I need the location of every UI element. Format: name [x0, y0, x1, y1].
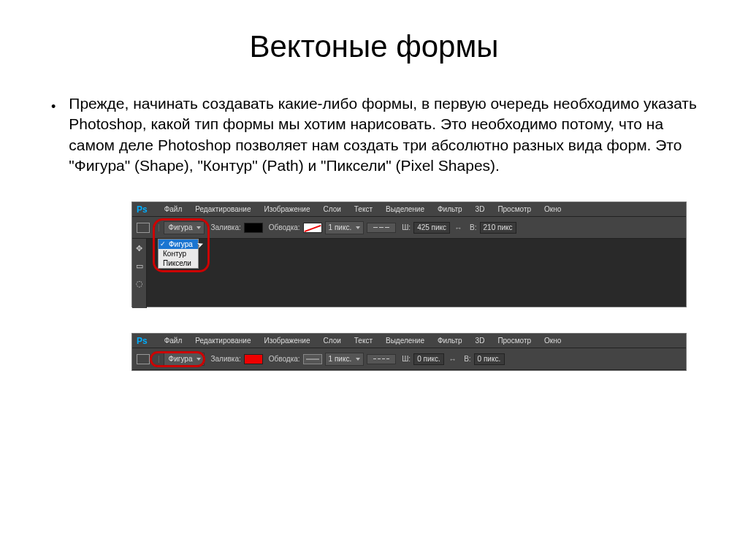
width-label: Ш: — [402, 223, 411, 231]
menu-select[interactable]: Выделение — [379, 337, 431, 345]
mode-dropdown-list: Фигура ➤ Контур Пиксели — [158, 239, 199, 269]
slide-title: Вектоные формы — [51, 29, 697, 64]
screenshot-1: Ps Файл Редактирование Изображение Слои … — [131, 202, 687, 307]
fill-swatch[interactable] — [244, 354, 263, 364]
stroke-swatch[interactable] — [303, 223, 322, 233]
menu-edit[interactable]: Редактирование — [188, 205, 257, 213]
menu-text[interactable]: Текст — [348, 337, 379, 345]
menu-view[interactable]: Просмотр — [491, 337, 538, 345]
menu-layers[interactable]: Слои — [316, 205, 347, 213]
highlight-oval — [150, 351, 205, 367]
menu-3d[interactable]: 3D — [469, 337, 492, 345]
stroke-swatch[interactable] — [303, 354, 322, 364]
menu-window[interactable]: Окно — [538, 205, 568, 213]
menubar: Ps Файл Редактирование Изображение Слои … — [132, 334, 686, 348]
height-label: В: — [470, 223, 476, 231]
menu-view[interactable]: Просмотр — [491, 205, 538, 213]
dropdown-item-path[interactable]: Контур — [159, 249, 198, 258]
fill-label: Заливка: — [210, 355, 240, 363]
width-input[interactable]: 0 пикс. — [413, 353, 444, 365]
app-logo: Ps — [137, 204, 148, 215]
body-paragraph: • Прежде, начинать создавать какие-либо … — [51, 93, 697, 176]
tools-panel: ✥ ▭ ◌ — [132, 239, 147, 308]
menu-image[interactable]: Изображение — [257, 337, 316, 345]
canvas-area — [147, 239, 686, 307]
menu-file[interactable]: Файл — [158, 337, 189, 345]
menu-image[interactable]: Изображение — [257, 205, 316, 213]
chevron-down-icon — [356, 226, 360, 229]
height-input[interactable]: 210 пикс — [480, 222, 516, 234]
dropdown-item-shape[interactable]: Фигура ➤ — [159, 239, 198, 249]
menu-filter[interactable]: Фильтр — [431, 205, 469, 213]
link-icon[interactable]: ↔ — [447, 355, 458, 364]
stroke-label: Обводка: — [269, 355, 300, 363]
bullet-icon: • — [51, 98, 56, 115]
shape-preview-icon — [137, 354, 150, 364]
paragraph-text: Прежде, начинать создавать какие-либо фо… — [69, 93, 697, 176]
stroke-width-field[interactable]: 1 пикс. — [325, 221, 365, 234]
menu-edit[interactable]: Редактирование — [188, 337, 257, 345]
width-label: Ш: — [402, 355, 411, 363]
shape-preview-icon — [137, 223, 150, 233]
marquee-tool-icon[interactable]: ▭ — [134, 261, 145, 271]
move-tool-icon[interactable]: ✥ — [134, 243, 145, 253]
menu-3d[interactable]: 3D — [469, 205, 492, 213]
slide: Вектоные формы • Прежде, начинать создав… — [0, 0, 748, 411]
height-input[interactable]: 0 пикс. — [474, 353, 505, 365]
menu-layers[interactable]: Слои — [316, 337, 347, 345]
lasso-tool-icon[interactable]: ◌ — [134, 278, 145, 288]
fill-label: Заливка: — [210, 223, 240, 231]
width-input[interactable]: 425 пикс — [413, 222, 450, 234]
stroke-style-dropdown[interactable] — [367, 354, 396, 364]
menu-filter[interactable]: Фильтр — [431, 337, 469, 345]
stroke-style-dropdown[interactable] — [367, 223, 396, 233]
app-logo: Ps — [137, 336, 148, 346]
menu-file[interactable]: Файл — [158, 205, 189, 213]
menu-window[interactable]: Окно — [538, 337, 568, 345]
menu-select[interactable]: Выделение — [379, 205, 431, 213]
menubar: Ps Файл Редактирование Изображение Слои … — [132, 202, 686, 217]
fill-swatch[interactable] — [244, 223, 263, 233]
stroke-label: Обводка: — [269, 223, 300, 231]
options-bar: | Фигура Заливка: Обводка: 1 пикс. Ш: 42… — [132, 217, 686, 239]
height-label: В: — [464, 355, 470, 363]
screenshot-2: Ps Файл Редактирование Изображение Слои … — [131, 333, 687, 371]
stroke-width-field[interactable]: 1 пикс. — [325, 353, 365, 366]
options-bar: | Фигура Заливка: Обводка: 1 пикс. Ш: 0 … — [132, 348, 686, 370]
chevron-down-icon — [356, 358, 360, 361]
dropdown-item-pixels[interactable]: Пиксели — [159, 258, 198, 268]
menu-text[interactable]: Текст — [348, 205, 379, 213]
link-icon[interactable]: ↔ — [453, 223, 464, 232]
